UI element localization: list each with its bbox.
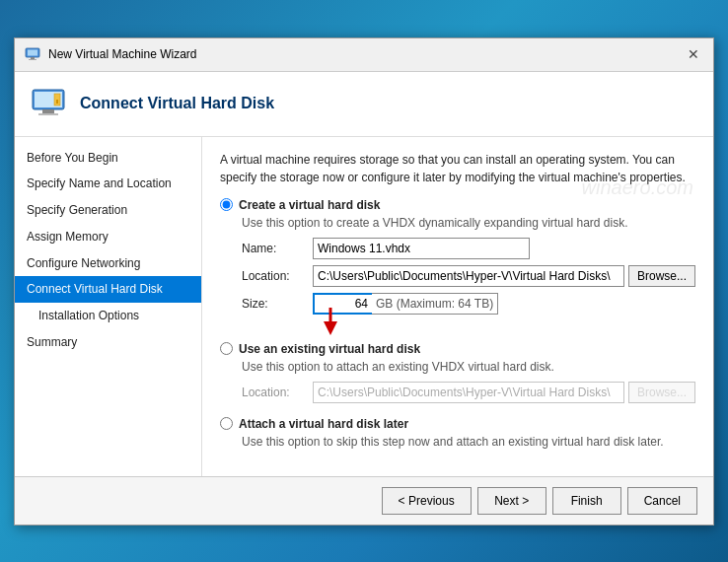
option-later-group: Attach a virtual hard disk later Use thi…: [220, 417, 695, 449]
size-row: Size: GB (Maximum: 64 TB): [242, 293, 695, 315]
name-input[interactable]: [313, 238, 530, 259]
browse-button[interactable]: Browse...: [628, 265, 695, 287]
sidebar-item-before-you-begin[interactable]: Before You Begin: [15, 145, 201, 172]
option-create-radio[interactable]: [220, 198, 233, 211]
header-section: Connect Virtual Hard Disk: [15, 72, 713, 137]
close-button[interactable]: ✕: [684, 44, 703, 64]
svg-rect-7: [38, 113, 58, 115]
finish-button[interactable]: Finish: [552, 487, 621, 515]
option-create-label[interactable]: Create a virtual hard disk: [220, 198, 695, 212]
location-input[interactable]: [313, 265, 624, 287]
svg-rect-9: [56, 100, 58, 104]
create-vhd-form: Name: Location: Browse... Size: GB (Maxi…: [242, 238, 695, 315]
sidebar: Before You Begin Specify Name and Locati…: [15, 137, 202, 476]
existing-location-input[interactable]: [313, 382, 624, 403]
option-existing-desc: Use this option to attach an existing VH…: [242, 360, 695, 374]
svg-rect-2: [31, 57, 35, 59]
location-label: Location:: [242, 269, 313, 283]
option-existing-group: Use an existing virtual hard disk Use th…: [220, 342, 695, 403]
sidebar-item-assign-memory[interactable]: Assign Memory: [15, 224, 201, 250]
content-area: winaero.com A virtual machine requires s…: [202, 137, 713, 476]
existing-location-row: Location: Browse...: [242, 382, 695, 403]
previous-button[interactable]: < Previous: [382, 487, 472, 515]
next-button[interactable]: Next >: [477, 487, 546, 515]
size-label: Size:: [242, 297, 313, 311]
option-create-desc: Use this option to create a VHDX dynamic…: [242, 216, 695, 230]
wizard-icon: [25, 46, 40, 62]
existing-location-label: Location:: [242, 386, 313, 399]
sidebar-item-specify-generation[interactable]: Specify Generation: [15, 197, 201, 224]
sidebar-item-connect-vhd[interactable]: Connect Virtual Hard Disk: [15, 276, 201, 303]
title-bar: New Virtual Machine Wizard ✕: [15, 38, 713, 72]
svg-rect-3: [29, 59, 36, 60]
header-title: Connect Virtual Hard Disk: [80, 95, 274, 112]
sidebar-item-specify-name[interactable]: Specify Name and Location: [15, 171, 201, 197]
option-later-label[interactable]: Attach a virtual hard disk later: [220, 417, 695, 431]
svg-marker-11: [324, 321, 337, 335]
option-existing-label[interactable]: Use an existing virtual hard disk: [220, 342, 695, 356]
svg-rect-1: [28, 50, 37, 56]
cancel-button[interactable]: Cancel: [627, 487, 697, 515]
svg-rect-6: [42, 109, 54, 113]
sidebar-item-summary[interactable]: Summary: [15, 329, 201, 356]
name-row: Name:: [242, 238, 695, 259]
sidebar-item-configure-networking[interactable]: Configure Networking: [15, 250, 201, 277]
option-later-desc: Use this option to skip this step now an…: [242, 435, 695, 449]
option-existing-radio[interactable]: [220, 342, 233, 355]
intro-text: A virtual machine requires storage so th…: [220, 151, 695, 186]
existing-vhd-form: Location: Browse...: [242, 382, 695, 403]
size-unit: GB (Maximum: 64 TB): [372, 293, 498, 315]
footer: < Previous Next > Finish Cancel: [15, 476, 713, 525]
name-label: Name:: [242, 242, 313, 255]
location-row: Location: Browse...: [242, 265, 695, 287]
dialog-window: New Virtual Machine Wizard ✕ Connect Vir…: [14, 37, 714, 526]
sidebar-item-installation-options[interactable]: Installation Options: [15, 303, 201, 329]
body-section: Before You Begin Specify Name and Locati…: [15, 137, 713, 476]
option-later-radio[interactable]: [220, 417, 233, 430]
existing-browse-button[interactable]: Browse...: [628, 382, 695, 403]
red-arrow-annotation: [321, 308, 380, 340]
red-arrow-svg: [321, 308, 380, 337]
header-icon: [31, 86, 66, 121]
dialog-title: New Virtual Machine Wizard: [48, 47, 197, 61]
option-create-group: Create a virtual hard disk Use this opti…: [220, 198, 695, 315]
title-bar-left: New Virtual Machine Wizard: [25, 46, 197, 62]
